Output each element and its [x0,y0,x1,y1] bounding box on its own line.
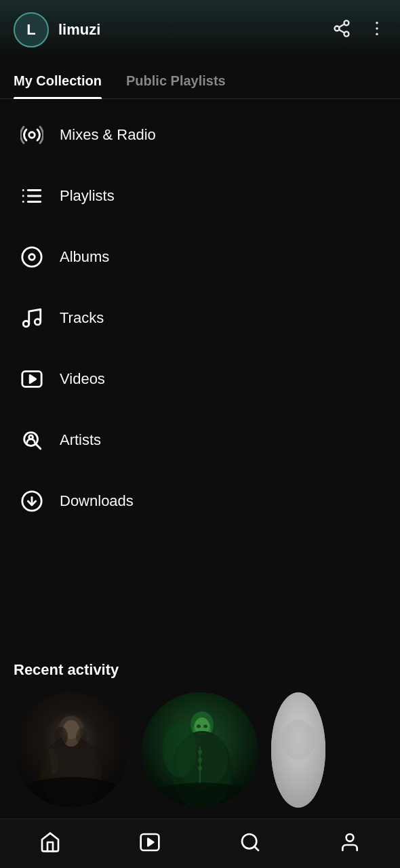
menu-item-playlists[interactable]: Playlists [0,165,400,226]
menu-list: Mixes & Radio Playlists Albums [0,99,400,645]
svg-point-16 [29,254,35,260]
svg-point-6 [376,27,378,30]
recent-activity-section: Recent activity [0,645,400,818]
artists-icon [16,425,47,456]
nav-home[interactable] [26,829,75,856]
svg-point-45 [198,758,202,762]
recent-activity-title: Recent activity [14,661,386,679]
svg-point-57 [346,834,354,842]
bottom-nav [0,818,400,868]
username-label: limuzi [58,21,332,39]
recent-album-3[interactable] [271,692,325,808]
album-icon [16,241,47,273]
svg-point-18 [35,319,41,325]
menu-label-albums: Albums [60,248,109,266]
profile-nav-icon [339,831,361,853]
svg-point-15 [22,248,41,267]
tab-public-playlists[interactable]: Public Playlists [126,62,226,98]
download-icon [16,486,47,517]
nav-profile[interactable] [325,829,374,856]
svg-point-33 [76,728,87,745]
recent-album-1[interactable] [14,692,129,808]
svg-point-48 [197,725,201,728]
more-options-icon[interactable] [367,19,386,41]
menu-item-videos[interactable]: Videos [0,349,400,410]
svg-point-44 [198,750,202,754]
svg-point-17 [23,321,29,327]
menu-label-mixes-radio: Mixes & Radio [60,126,156,144]
svg-line-56 [254,846,258,850]
menu-item-mixes-radio[interactable]: Mixes & Radio [0,104,400,165]
avatar[interactable]: L [14,12,49,47]
svg-line-4 [339,24,344,28]
home-icon [39,831,61,853]
playlist-icon [16,180,47,212]
tab-my-collection[interactable]: My Collection [14,62,102,98]
svg-marker-54 [148,839,154,846]
header-actions [332,19,386,41]
svg-line-3 [339,30,344,33]
tracks-icon: ♩ [16,302,47,334]
nav-search[interactable] [226,829,275,856]
menu-item-albums[interactable]: Albums [0,226,400,288]
radio-icon [16,119,47,151]
video-icon [16,363,47,395]
menu-item-tracks[interactable]: ♩ Tracks [0,288,400,349]
svg-point-32 [54,727,68,746]
menu-label-artists: Artists [60,431,101,449]
svg-point-5 [376,22,378,24]
menu-label-playlists: Playlists [60,187,115,205]
svg-point-7 [376,33,378,35]
menu-item-downloads[interactable]: Downloads [0,471,400,532]
svg-point-52 [281,719,315,760]
svg-point-8 [29,132,35,138]
svg-point-46 [198,766,202,770]
tabs-container: My Collection Public Playlists [0,62,400,99]
header: L limuzi [0,0,400,60]
player-nav-icon [139,831,161,853]
menu-item-artists[interactable]: Artists [0,410,400,471]
nav-player[interactable] [125,829,174,856]
svg-marker-20 [30,375,35,382]
recent-activity-row [14,692,386,808]
search-nav-icon [239,831,261,853]
recent-album-2[interactable] [142,692,258,808]
menu-label-downloads: Downloads [60,492,134,510]
menu-label-videos: Videos [60,370,105,388]
share-icon[interactable] [332,19,351,41]
menu-label-tracks: Tracks [60,309,104,327]
svg-point-47 [163,723,197,777]
svg-point-49 [203,725,207,728]
